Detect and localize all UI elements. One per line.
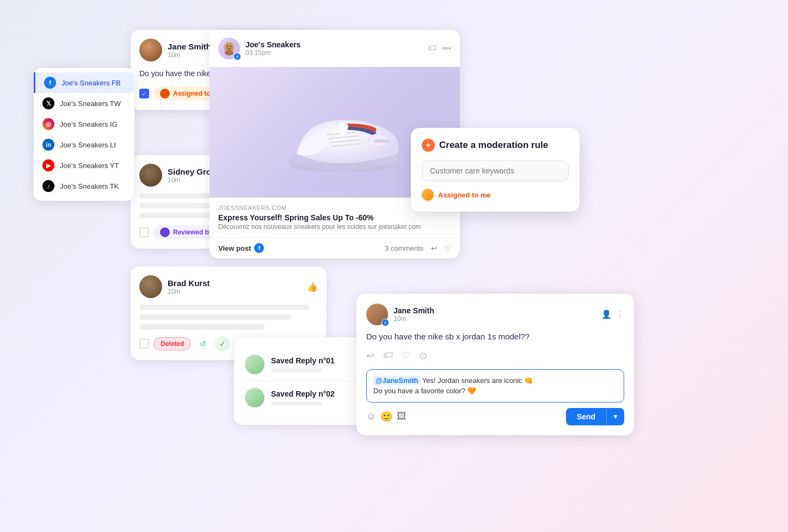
sidebar-label-ig: Joe's Sneakers IG: [60, 120, 118, 128]
sneaker-svg: adidas: [248, 78, 422, 187]
post-footer: View post f 3 comments ↩ ♡: [210, 237, 460, 258]
plus-icon: +: [422, 139, 435, 152]
detail-action-icons: 👤 ⋮: [601, 310, 624, 319]
placeholder-3-brad: [139, 324, 264, 330]
detail-tag-icon[interactable]: 🏷: [383, 350, 393, 362]
sidebar-label-fb: Joe's Sneakers FB: [61, 79, 121, 87]
more-icon[interactable]: •••: [442, 44, 451, 53]
sidebar-item-ig[interactable]: ◎ Joe's Sneakers IG: [34, 114, 134, 134]
refresh-button-brad[interactable]: ↺: [195, 336, 211, 351]
detail-card: f Jane Smith 10m 👤 ⋮ Do you have the nik…: [356, 294, 634, 435]
emoji-icon[interactable]: ☺: [366, 411, 376, 422]
linkedin-icon: in: [42, 139, 54, 151]
detail-check-icon[interactable]: ⊙: [419, 350, 427, 362]
reply-label-2: Saved Reply n°02: [271, 389, 335, 398]
sidebar-item-tw[interactable]: 𝕏 Joe's Sneakers TW: [34, 93, 134, 114]
detail-author-info: Jane Smith 10m: [393, 306, 434, 323]
sidebar-label-li: Joe's Sneakers LI: [60, 141, 116, 149]
facebook-badge: f: [233, 53, 241, 60]
sidebar-label-tk: Joe's Sneakers TK: [60, 182, 119, 190]
checkbox-sidney[interactable]: [139, 227, 149, 237]
svg-point-2: [227, 46, 229, 47]
detail-fb-badge: f: [381, 319, 389, 326]
view-post-fb-icon: f: [254, 243, 264, 253]
send-button[interactable]: Send ▼: [566, 408, 624, 425]
comments-count: 3 comments: [385, 244, 423, 252]
svg-point-12: [291, 163, 395, 172]
reply-mention: @JaneSmith: [373, 376, 420, 385]
send-dropdown-arrow[interactable]: ▼: [606, 409, 624, 425]
detail-author-name: Jane Smith: [393, 306, 434, 315]
avatar-sidney: [139, 164, 162, 187]
sidebar: f Joe's Sneakers FB 𝕏 Joe's Sneakers TW …: [34, 68, 134, 201]
svg-text:adidas: adidas: [374, 138, 389, 144]
moderation-card: + Create a moderation rule Assigned to m…: [411, 128, 580, 212]
author-info-brad: Brad Kurst 10m: [168, 279, 210, 295]
facebook-icon: f: [44, 77, 56, 89]
reply-avatar-1: [245, 355, 264, 374]
sidebar-label-yt: Joe's Sneakers YT: [60, 162, 119, 170]
post-stats: 3 comments ↩ ♡: [385, 244, 451, 252]
author-name-jane: Jane Smith: [168, 42, 211, 51]
detail-avatar: f: [366, 304, 388, 325]
instagram-icon: ◎: [42, 118, 54, 130]
reply-text-box: @JaneSmith Yes! Jordan sneakers are icon…: [366, 369, 624, 403]
tiktok-icon: ♪: [42, 180, 54, 192]
heart-icon-post: ♡: [445, 244, 451, 252]
send-label: Send: [566, 408, 606, 425]
detail-action-row: ↩ 🏷 ♡ ⊙: [366, 350, 624, 362]
thumbup-icon-brad: 👍: [307, 282, 318, 292]
reply-item-1-content: Saved Reply n°01: [271, 356, 335, 373]
badge-deleted-brad: Deleted: [153, 337, 191, 350]
badge-avatar-sidney: [160, 227, 170, 237]
svg-point-4: [225, 50, 233, 55]
image-icon[interactable]: 🖼: [397, 411, 407, 422]
sidebar-item-yt[interactable]: ▶ Joe's Sneakers YT: [34, 155, 134, 176]
detail-reply-icon[interactable]: ↩: [366, 350, 374, 362]
link-title: Express Yourself! Spring Sales Up To -60…: [218, 213, 451, 222]
detail-header: f Jane Smith 10m 👤 ⋮: [366, 304, 624, 325]
view-post-label: View post: [218, 244, 251, 252]
reply-toolbar: ☺ 🙂 🖼 Send ▼: [366, 408, 624, 425]
author-time-brad: 10m: [168, 288, 210, 295]
mod-avatar: [422, 189, 434, 201]
post-brand-name: Joe's Sneakers: [245, 40, 300, 49]
sidebar-item-li[interactable]: in Joe's Sneakers LI: [34, 134, 134, 155]
moderation-title-text: Create a moderation rule: [439, 140, 548, 151]
smiley-icon[interactable]: 🙂: [380, 411, 392, 423]
post-brand-time: 03:15pm: [245, 49, 300, 57]
reply-avatar-2: [245, 388, 264, 407]
reply-placeholder-2: [271, 401, 322, 406]
svg-point-3: [230, 46, 232, 47]
card-header-brad: Brad Kurst 10m 👍: [139, 275, 318, 298]
reply-icon-post: ↩: [431, 244, 437, 252]
moderation-assigned-badge: Assigned to me: [422, 189, 569, 201]
sidebar-item-tk[interactable]: ♪ Joe's Sneakers TK: [34, 176, 134, 196]
detail-heart-icon[interactable]: ♡: [402, 350, 410, 362]
more-dots-icon[interactable]: ⋮: [616, 310, 624, 319]
moderation-input[interactable]: [422, 160, 569, 181]
reply-label-1: Saved Reply n°01: [271, 356, 335, 365]
reply-item-2-content: Saved Reply n°02: [271, 389, 335, 406]
placeholder-2-brad: [139, 314, 291, 320]
moderation-assigned-label: Assigned to me: [438, 191, 491, 199]
placeholder-1-brad: [139, 305, 309, 310]
avatar-jane: [139, 39, 162, 61]
checkbox-jane[interactable]: ✓: [139, 89, 149, 98]
detail-text: Do you have the nike sb x jordan 1s mode…: [366, 331, 624, 343]
check-button-brad[interactable]: ✓: [215, 336, 230, 351]
tag-icon[interactable]: 🏷: [428, 44, 436, 53]
badge-avatar-jane: [160, 89, 170, 98]
person-icon[interactable]: 👤: [601, 310, 612, 319]
youtube-icon: ▶: [42, 159, 54, 171]
post-brand-info: Joe's Sneakers 03:15pm: [245, 40, 300, 57]
moderation-title: + Create a moderation rule: [422, 139, 569, 152]
sidebar-item-fb[interactable]: f Joe's Sneakers FB: [34, 72, 134, 93]
checkbox-brad[interactable]: [139, 339, 149, 349]
detail-author-time: 10m: [393, 315, 434, 323]
post-card-header: f Joe's Sneakers 03:15pm 🏷 •••: [210, 30, 460, 67]
link-desc: Découvrez nos nouveaux sneakers pour les…: [218, 223, 451, 231]
avatar-brad: [139, 275, 162, 298]
twitter-icon: 𝕏: [42, 97, 54, 109]
view-post-button[interactable]: View post f: [218, 243, 264, 253]
